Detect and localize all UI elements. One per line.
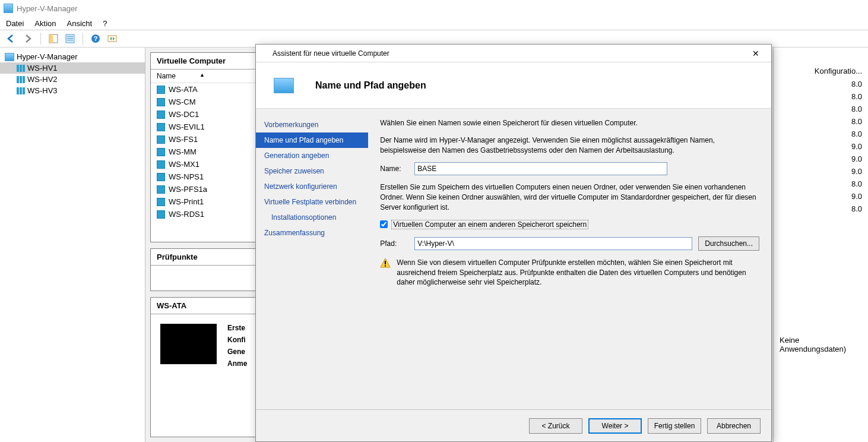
tree-pane: Hyper-V-Manager WS-HV1 WS-HV2 WS-HV3	[0, 48, 145, 442]
vm-name: WS-NPS1	[169, 172, 204, 181]
finish-button[interactable]: Fertig stellen	[648, 418, 701, 434]
new-vm-wizard-dialog: Assistent für neue virtuelle Computer ✕ …	[255, 44, 772, 442]
show-hide-tree-button[interactable]	[47, 32, 60, 45]
tree-server-label: WS-HV1	[27, 64, 58, 72]
warning-icon	[380, 258, 391, 269]
vm-name: WS-PFS1a	[169, 185, 207, 194]
sort-asc-icon: ▲	[199, 72, 205, 80]
help-button[interactable]: ?	[89, 32, 102, 45]
menu-action[interactable]: Aktion	[34, 19, 56, 28]
vm-name: WS-MX1	[169, 160, 199, 169]
server-icon	[17, 76, 25, 83]
wizard-step[interactable]: Name und Pfad angeben	[256, 132, 368, 148]
name-field-row: Name:	[380, 162, 759, 175]
wizard-footer: < Zurück Weiter > Fertig stellen Abbrech…	[256, 409, 771, 441]
svg-text:?: ?	[94, 35, 98, 42]
config-value: 8.0	[774, 78, 868, 90]
browse-button[interactable]: Durchsuchen...	[698, 236, 759, 251]
vm-name: WS-ATA	[169, 85, 198, 94]
hyper-v-icon	[5, 53, 14, 61]
store-elsewhere-checkbox[interactable]	[380, 220, 388, 228]
wizard-step[interactable]: Netzwerk konfigurieren	[256, 179, 368, 194]
svg-rect-5	[67, 40, 73, 40]
wizard-intro-1: Wählen Sie einen Namen sowie einen Speic…	[380, 118, 759, 128]
vm-icon	[157, 210, 165, 219]
svg-rect-1	[49, 34, 53, 43]
right-footer-text: Keine Anwendungsdaten)	[774, 334, 868, 355]
config-value: 9.0	[774, 165, 868, 178]
config-col-header[interactable]: Konfiguratio...	[774, 64, 868, 78]
vm-path-input[interactable]	[414, 237, 692, 250]
vm-name-input[interactable]	[414, 162, 667, 175]
tree-server[interactable]: WS-HV1	[0, 62, 145, 74]
detail-label: Anme	[227, 359, 247, 368]
refresh-button[interactable]	[106, 32, 119, 45]
vm-name: WS-FS1	[169, 135, 198, 144]
detail-label: Konfi	[227, 336, 247, 344]
server-icon	[17, 87, 25, 94]
config-value: 8.0	[774, 128, 868, 140]
vm-icon	[157, 173, 165, 181]
properties-button[interactable]	[64, 32, 77, 45]
wizard-step[interactable]: Generation angeben	[256, 148, 368, 163]
detail-label: Erste	[227, 324, 247, 332]
menu-help[interactable]: ?	[103, 19, 107, 28]
config-value: 8.0	[774, 103, 868, 115]
svg-rect-8	[108, 36, 116, 42]
right-column: Konfiguratio... 8.0 8.0 8.0 8.0 8.0 9.0 …	[773, 48, 868, 442]
vm-thumbnail	[160, 324, 217, 364]
wizard-content: Wählen Sie einen Namen sowie einen Speic…	[368, 109, 771, 409]
wizard-step[interactable]: Virtuelle Festplatte verbinden	[256, 194, 368, 210]
tree-server-label: WS-HV3	[27, 86, 58, 95]
vm-icon	[157, 123, 165, 131]
vm-icon	[157, 185, 165, 194]
wizard-header: Name und Pfad angeben	[256, 62, 771, 109]
vm-icon	[157, 110, 165, 119]
wizard-step[interactable]: Zusammenfassung	[256, 225, 368, 241]
storage-text: Erstellen Sie zum Speichern des virtuell…	[380, 182, 759, 212]
vm-name: WS-RDS1	[169, 210, 204, 219]
vm-icon	[157, 86, 165, 94]
vm-icon	[157, 198, 165, 206]
close-icon: ✕	[752, 49, 759, 58]
window-titlebar: Hyper-V-Manager	[0, 0, 868, 17]
wizard-step[interactable]: Installationsoptionen	[256, 210, 368, 225]
back-button[interactable]: < Zurück	[529, 418, 582, 434]
wizard-window-title: Assistent für neue virtuelle Computer	[273, 49, 389, 58]
config-value: 8.0	[774, 203, 868, 215]
next-button[interactable]: Weiter >	[588, 418, 642, 434]
wizard-step[interactable]: Speicher zuweisen	[256, 163, 368, 179]
config-value: 9.0	[774, 140, 868, 153]
wizard-step[interactable]: Vorbemerkungen	[256, 117, 368, 132]
wizard-steps: Vorbemerkungen Name und Pfad angeben Gen…	[256, 109, 368, 409]
warning-row: Wenn Sie von diesem virtuellen Computer …	[380, 258, 759, 288]
menu-view[interactable]: Ansicht	[67, 19, 93, 28]
toolbar-separator	[40, 33, 41, 45]
wizard-titlebar[interactable]: Assistent für neue virtuelle Computer ✕	[256, 45, 771, 62]
vm-name: WS-EVIL1	[169, 122, 205, 131]
tree-server[interactable]: WS-HV2	[0, 74, 145, 85]
vm-name: WS-Print1	[169, 197, 204, 206]
cancel-button[interactable]: Abbrechen	[707, 418, 761, 434]
tree-server[interactable]: WS-HV3	[0, 85, 145, 96]
vm-icon	[157, 135, 165, 144]
tree-root[interactable]: Hyper-V-Manager	[0, 51, 145, 62]
forward-button[interactable]	[21, 32, 34, 45]
svg-rect-9	[385, 261, 386, 264]
wizard-header-icon	[274, 78, 294, 93]
tree-root-label: Hyper-V-Manager	[17, 52, 78, 61]
store-elsewhere-label[interactable]: Virtuellen Computer an einem anderen Spe…	[391, 220, 588, 229]
svg-rect-3	[67, 36, 73, 37]
svg-rect-10	[385, 265, 386, 266]
vm-icon	[157, 148, 165, 156]
wizard-icon	[261, 49, 269, 58]
vm-name: WS-MM	[169, 147, 197, 156]
menu-file[interactable]: Datei	[6, 19, 24, 28]
back-button[interactable]	[5, 32, 18, 45]
toolbar-separator	[83, 33, 83, 45]
name-label: Name:	[380, 165, 408, 173]
path-label: Pfad:	[380, 239, 408, 248]
menubar: Datei Aktion Ansicht ?	[0, 17, 868, 30]
config-value: 9.0	[774, 153, 868, 165]
close-button[interactable]: ✕	[745, 46, 766, 61]
